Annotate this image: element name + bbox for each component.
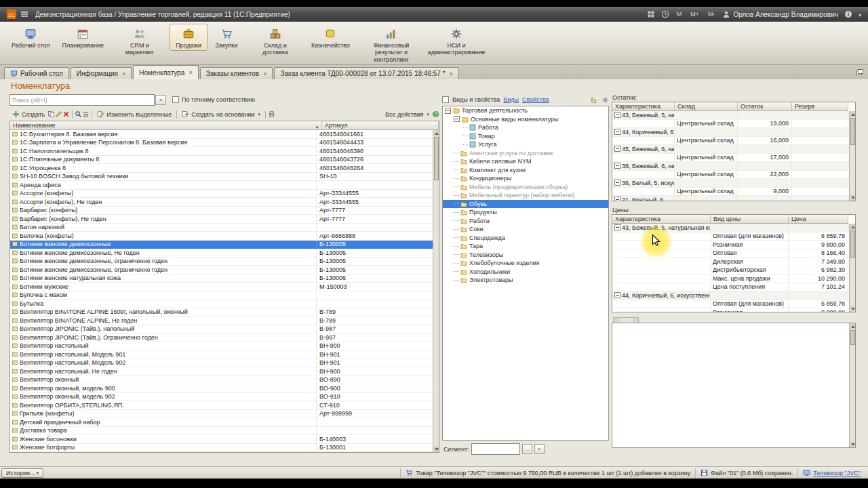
ribbon-section-treasury[interactable]: Казначейство	[305, 24, 356, 51]
price-group-row-0[interactable]: 43, Бежевый, 5, натуральная кожа	[612, 224, 855, 232]
product-row-5[interactable]: SH-10 BOSCH Завод бытовой техникиSH-10	[10, 173, 433, 182]
stock-data-row-0[interactable]: Центральный склад19,000	[612, 120, 855, 129]
product-row-26[interactable]: Вентилятор настольный, Модель 901ВН-901	[10, 350, 433, 359]
ribbon-section-finance[interactable]: Финансовый результат и контроллинг	[356, 24, 427, 65]
product-row-10[interactable]: Барбарис (конфеты), Не годенАрт-7777	[10, 215, 433, 224]
collapse-icon[interactable]	[454, 116, 460, 122]
stock-data-row-2[interactable]: Центральный склад17,000	[612, 154, 855, 163]
price-column-header-0[interactable]: Характеристика	[612, 215, 711, 224]
tree-item-18[interactable]: Хлебобулочные изделия	[443, 259, 608, 268]
stock-data-row-3[interactable]: Центральный склад22,000	[612, 171, 855, 180]
product-row-32[interactable]: Вентилятор ОРБИТА,STERLING,ЯП.СТ-910	[10, 401, 433, 410]
delete-icon[interactable]	[62, 110, 70, 118]
column-header-name[interactable]: Наименование▲	[10, 121, 322, 130]
tab-close-icon[interactable]: ×	[263, 70, 267, 77]
tree-item-7[interactable]: Комплект для кухни	[443, 166, 608, 175]
window-list-button[interactable]	[856, 65, 864, 79]
stock-column-header-0[interactable]: Характеристика	[612, 102, 675, 111]
price-data-row-1-0[interactable]: Оптовая (для магазинов)6 859,78	[612, 300, 855, 309]
collapse-icon[interactable]	[614, 197, 620, 201]
find-icon[interactable]	[75, 110, 82, 118]
tree-item-3[interactable]: Товар	[443, 132, 608, 141]
price-data-row-0-4[interactable]: Дистрибьюторская6 982,30	[612, 266, 855, 275]
tab-close-icon[interactable]: ×	[450, 70, 453, 77]
stock-column-header-1[interactable]: Склад	[675, 102, 738, 111]
tab-2[interactable]: Номенклатура×	[133, 65, 198, 79]
ribbon-section-warehouse[interactable]: Склад и доставка	[245, 24, 305, 58]
gear-icon[interactable]	[601, 96, 609, 104]
product-row-29[interactable]: Вентилятор оконныйВО-890	[10, 376, 433, 385]
scroll-up-icon[interactable]	[850, 224, 855, 230]
product-row-17[interactable]: Ботинки женские натуральная кожаБ-130006	[10, 274, 433, 283]
create-based-on-button[interactable]: Создать на основании	[179, 110, 263, 119]
product-row-1[interactable]: 1С:Зарплата и Управление Персоналом 8. Б…	[10, 139, 433, 148]
collapse-icon[interactable]	[614, 224, 620, 230]
tree-item-16[interactable]: Тара	[443, 242, 608, 251]
tree-item-10[interactable]: Мебельный гарнитур (набор мебели)	[443, 191, 608, 200]
properties-link[interactable]: Свойства	[522, 96, 549, 103]
tree-item-9[interactable]: Мебель (предварительная сборка)	[443, 183, 608, 192]
collapse-icon[interactable]	[614, 146, 620, 152]
search-input[interactable]	[9, 94, 155, 106]
kinds-checkbox[interactable]	[442, 96, 449, 103]
product-row-33[interactable]: Грильяж (конфеты)Арт-999999	[10, 410, 433, 419]
tree-item-1[interactable]: Основные виды номенклатуры	[443, 115, 608, 124]
product-row-37[interactable]: Женские ботфортыБ-130001	[10, 444, 433, 453]
stock-column-header-2[interactable]: Остаток	[738, 102, 792, 111]
product-row-15[interactable]: Ботинки женские демисезонные, ограниченн…	[10, 258, 433, 266]
stock-table-scrollbar[interactable]	[849, 111, 855, 201]
product-row-13[interactable]: Ботинки женские демисезонныеБ-130005	[10, 241, 433, 249]
product-row-16[interactable]: Ботинки женские демисезонные, ограниченн…	[10, 266, 433, 274]
product-row-6[interactable]: Аренда офиса	[10, 181, 433, 190]
product-row-21[interactable]: Вентилятор BINATONE ALPINE 160вт, наполь…	[10, 308, 433, 317]
scroll-up-icon[interactable]	[850, 111, 855, 117]
segment-input[interactable]	[471, 443, 520, 455]
product-row-34[interactable]: Детский праздничный набор	[10, 418, 433, 427]
price-data-row-0-6[interactable]: Цена поступления7 101,24	[612, 283, 855, 292]
stock-group-row-0[interactable]: 43, Бежевый, 5, натур...	[612, 111, 855, 120]
tree-item-0[interactable]: Торговая деятельность	[443, 106, 608, 115]
main-menu-icon[interactable]	[20, 9, 29, 19]
list-settings-icon[interactable]	[82, 110, 90, 118]
clear-search-button[interactable]: ×	[155, 95, 166, 105]
copy-icon[interactable]	[47, 110, 55, 118]
product-row-14[interactable]: Ботинки женские демисезонные, Не годенБ-…	[10, 249, 433, 258]
product-row-22[interactable]: Вентилятор BINATONE ALPINE, Не годенВ-78…	[10, 317, 433, 325]
history-button[interactable]: История...	[1, 468, 43, 478]
product-row-2[interactable]: 1С:Налогоплательщик 84601546046390	[10, 147, 433, 156]
scroll-thumb[interactable]	[434, 137, 439, 180]
product-row-25[interactable]: Вентилятор настольныйВН-900	[10, 342, 433, 351]
edit-selected-button[interactable]: Изменить выделенные	[94, 110, 174, 119]
tree-item-6[interactable]: Кабели силовые NYM	[443, 157, 608, 166]
product-row-28[interactable]: Вентилятор настольный, Не годенВН-900	[10, 367, 433, 376]
product-row-12[interactable]: Белочка (конфеты)Арт-6666888	[10, 232, 433, 241]
ribbon-section-admin[interactable]: НСИ и администрирование	[427, 24, 486, 58]
product-row-19[interactable]: Булочка с маком	[10, 291, 433, 300]
price-data-row-0-5[interactable]: Макс. цена продажи10 290,00	[612, 274, 855, 283]
collapse-icon[interactable]	[614, 292, 620, 298]
help-icon[interactable]	[432, 110, 439, 118]
scroll-down-icon[interactable]	[433, 446, 439, 452]
product-row-27[interactable]: Вентилятор настольный, Модель 902ВН-901	[10, 359, 433, 368]
collapse-icon[interactable]	[614, 163, 620, 169]
tree-item-5[interactable]: Агентская услуга по доставке	[443, 149, 608, 158]
stock-data-row-1[interactable]: Центральный склад16,000	[612, 137, 855, 146]
scroll-down-icon[interactable]	[850, 441, 855, 447]
product-row-0[interactable]: 1С:Бухгалтерия 8. Базовая версия46015460…	[10, 130, 433, 139]
tree-item-12[interactable]: Продукты	[443, 208, 608, 217]
scroll-up-icon[interactable]	[433, 130, 439, 136]
hierarchy-icon[interactable]	[590, 96, 597, 104]
all-actions-button[interactable]: Все действия	[382, 110, 432, 119]
status-message-2[interactable]: Телевизор "JVC"	[797, 468, 865, 478]
prices-table-scrollbar[interactable]	[849, 224, 855, 312]
tree-item-20[interactable]: Электротовары	[443, 276, 608, 285]
scroll-thumb[interactable]	[850, 230, 855, 258]
tab-4[interactable]: Заказ клиента ТД00-000028 от 13.07.2015 …	[274, 67, 458, 79]
collapse-icon[interactable]	[614, 112, 620, 118]
tree-item-11[interactable]: Обувь	[443, 200, 608, 209]
stock-group-row-2[interactable]: 45, Бежевый, 6, натур...	[612, 145, 855, 154]
titlebar-menu-chevron-icon[interactable]	[859, 11, 861, 18]
exact-match-option[interactable]: По точному соответствию	[172, 96, 255, 103]
column-header-article[interactable]: Артикул	[322, 121, 439, 130]
collapse-icon[interactable]	[614, 180, 620, 186]
